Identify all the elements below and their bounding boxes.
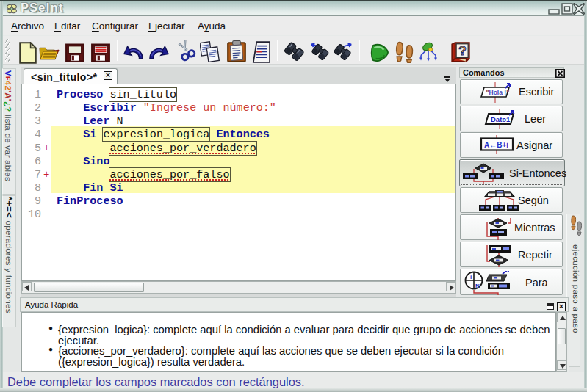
svg-text:"Hola !": "Hola !"	[486, 89, 510, 96]
svg-text:i: i	[470, 274, 472, 280]
svg-text:Dato1: Dato1	[491, 115, 511, 123]
svg-text:?: ?	[458, 43, 466, 58]
svg-text:N: N	[475, 282, 480, 288]
svg-text:A←B+i: A←B+i	[484, 141, 508, 149]
